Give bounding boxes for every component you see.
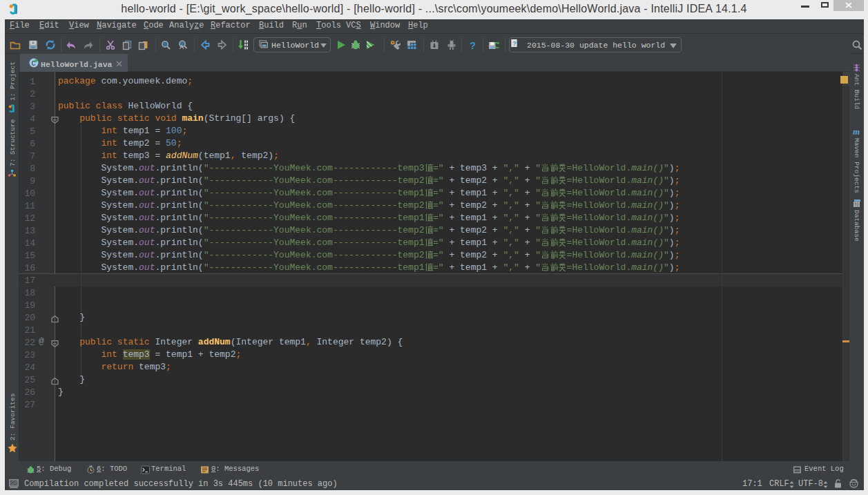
svg-text:?: ?: [470, 39, 476, 50]
svg-text:?: ?: [512, 40, 517, 47]
svg-text:A: A: [180, 43, 184, 50]
